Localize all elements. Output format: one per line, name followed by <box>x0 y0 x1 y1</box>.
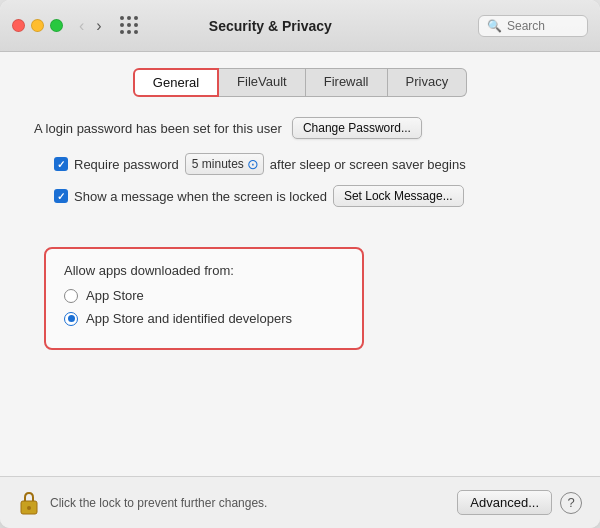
settings-area: A login password has been set for this u… <box>24 117 576 350</box>
after-sleep-label: after sleep or screen saver begins <box>270 157 466 172</box>
password-text: A login password has been set for this u… <box>34 121 282 136</box>
minimize-button[interactable] <box>31 19 44 32</box>
show-message-label: Show a message when the screen is locked <box>74 189 327 204</box>
search-input[interactable] <box>507 19 577 33</box>
tab-firewall[interactable]: Firewall <box>306 68 388 97</box>
window-title: Security & Privacy <box>63 18 478 34</box>
set-lock-message-button[interactable]: Set Lock Message... <box>333 185 464 207</box>
tab-general[interactable]: General <box>133 68 219 97</box>
content-area: General FileVault Firewall Privacy A log… <box>0 52 600 476</box>
show-message-checkbox[interactable] <box>54 189 68 203</box>
tabs-row: General FileVault Firewall Privacy <box>24 68 576 97</box>
app-store-identified-radio-row: App Store and identified developers <box>64 311 344 326</box>
close-button[interactable] <box>12 19 25 32</box>
allow-apps-title: Allow apps downloaded from: <box>64 263 344 278</box>
allow-apps-box: Allow apps downloaded from: App Store Ap… <box>44 247 364 350</box>
password-duration-dropdown[interactable]: 5 minutes ⊙ <box>185 153 264 175</box>
svg-point-1 <box>27 506 31 510</box>
lock-icon <box>18 489 40 517</box>
app-store-label: App Store <box>86 288 144 303</box>
app-store-identified-radio[interactable] <box>64 312 78 326</box>
titlebar: ‹ › Security & Privacy 🔍 <box>0 0 600 52</box>
dropdown-arrow-icon: ⊙ <box>247 156 259 172</box>
lock-text: Click the lock to prevent further change… <box>50 496 457 510</box>
require-password-label: Require password <box>74 157 179 172</box>
require-password-row: Require password 5 minutes ⊙ after sleep… <box>54 153 576 175</box>
help-button[interactable]: ? <box>560 492 582 514</box>
require-password-checkbox[interactable] <box>54 157 68 171</box>
app-store-radio-row: App Store <box>64 288 344 303</box>
maximize-button[interactable] <box>50 19 63 32</box>
traffic-lights <box>12 19 63 32</box>
tab-privacy[interactable]: Privacy <box>388 68 468 97</box>
app-store-identified-label: App Store and identified developers <box>86 311 292 326</box>
main-window: ‹ › Security & Privacy 🔍 General FileVau… <box>0 0 600 528</box>
bottom-bar: Click the lock to prevent further change… <box>0 476 600 528</box>
tab-filevault[interactable]: FileVault <box>219 68 306 97</box>
show-message-row: Show a message when the screen is locked… <box>54 185 576 207</box>
password-row: A login password has been set for this u… <box>34 117 576 139</box>
app-store-radio[interactable] <box>64 289 78 303</box>
search-icon: 🔍 <box>487 19 502 33</box>
change-password-button[interactable]: Change Password... <box>292 117 422 139</box>
password-duration-value: 5 minutes <box>192 157 244 171</box>
search-box[interactable]: 🔍 <box>478 15 588 37</box>
advanced-button[interactable]: Advanced... <box>457 490 552 515</box>
